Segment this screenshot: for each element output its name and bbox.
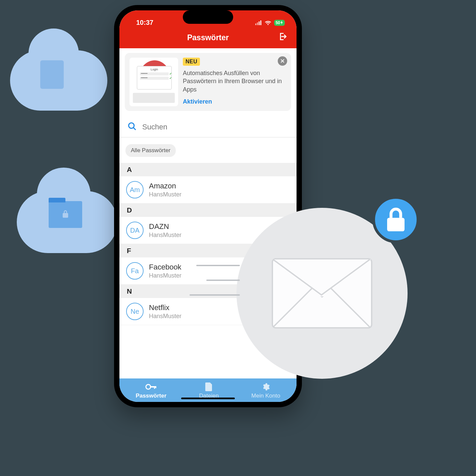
logout-icon (278, 32, 287, 41)
entry-avatar: Fa (126, 262, 144, 280)
password-entry[interactable]: AmAmazonHansMuster (119, 176, 297, 203)
wifi-icon (265, 20, 271, 25)
battery-indicator: 50 (274, 20, 285, 26)
folder-icon (49, 201, 82, 228)
entry-username: HansMuster (149, 191, 181, 198)
svg-rect-2 (259, 21, 260, 25)
motion-lines-icon (196, 265, 240, 309)
status-time: 10:37 (136, 19, 153, 26)
document-icon (40, 60, 64, 89)
home-indicator[interactable] (181, 398, 235, 399)
entry-username: HansMuster (149, 232, 181, 239)
entry-avatar: DA (126, 222, 144, 239)
autofill-banner: Login ✔ ✔ ⊶ NEU Automatisches Ausfüllen … (125, 53, 291, 111)
mail-decoration (236, 208, 408, 379)
svg-rect-9 (155, 386, 156, 388)
entry-avatar: Am (126, 181, 144, 198)
lock-badge (372, 196, 419, 243)
svg-rect-7 (150, 386, 156, 388)
entry-avatar: Ne (126, 303, 144, 320)
entry-name: DAZN (149, 222, 181, 231)
new-badge: NEU (183, 58, 200, 66)
svg-rect-8 (154, 386, 155, 389)
file-icon (205, 382, 213, 391)
entry-username: HansMuster (149, 313, 181, 320)
entry-name: Netflix (149, 303, 181, 312)
tab-account[interactable]: Mein Konto (251, 382, 280, 399)
filter-chip-all[interactable]: Alle Passwörter (125, 144, 176, 157)
search-icon (127, 122, 137, 132)
banner-activate-link[interactable]: Aktivieren (183, 98, 286, 105)
banner-illustration: Login ✔ ✔ ⊶ (129, 58, 178, 106)
tab-passwords[interactable]: Passwörter (136, 382, 167, 399)
svg-point-4 (129, 123, 134, 128)
filter-chips: Alle Passwörter (119, 137, 297, 163)
cloud-folder-decoration (17, 191, 117, 253)
tab-files[interactable]: Dateien (199, 382, 219, 399)
logout-button[interactable] (278, 32, 287, 43)
cellular-signal-icon (255, 20, 262, 25)
svg-rect-1 (257, 22, 258, 25)
page-title: Passwörter (187, 33, 229, 42)
banner-description: Automatisches Ausfüllen von Passwörtern … (183, 69, 286, 94)
entry-name: Amazon (149, 182, 181, 190)
section-header: A (119, 163, 297, 176)
svg-rect-0 (255, 23, 256, 25)
search-input[interactable] (142, 123, 288, 131)
cloud-doc-decoration (10, 50, 107, 111)
envelope-icon (272, 258, 372, 329)
entry-username: HansMuster (149, 272, 181, 279)
gear-icon (261, 382, 270, 391)
lock-icon (384, 207, 408, 232)
svg-point-6 (146, 384, 151, 389)
search-bar[interactable] (119, 111, 297, 137)
tab-label: Passwörter (136, 393, 167, 399)
svg-rect-10 (387, 218, 405, 231)
svg-line-5 (134, 128, 136, 130)
svg-rect-3 (260, 20, 261, 25)
entry-name: Facebook (149, 263, 181, 272)
close-icon: ✕ (280, 58, 285, 65)
key-icon (145, 382, 157, 391)
section-header: D (119, 203, 297, 217)
banner-close-button[interactable]: ✕ (278, 56, 287, 66)
tab-label: Mein Konto (251, 393, 280, 399)
dynamic-island (183, 10, 233, 24)
